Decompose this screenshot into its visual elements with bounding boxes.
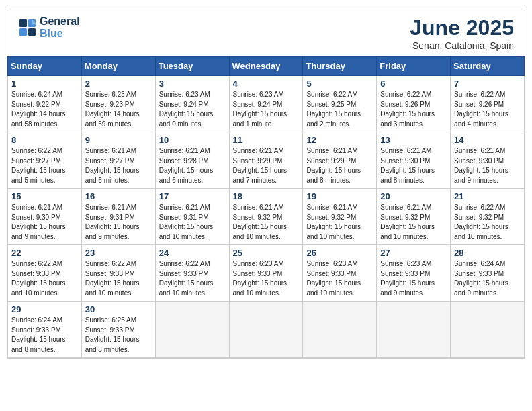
day-number: 11 (233, 135, 300, 145)
calendar-cell: 28Sunrise: 6:24 AMSunset: 9:33 PMDayligh… (451, 245, 525, 302)
svg-rect-0 (19, 19, 27, 26)
day-number: 26 (306, 248, 373, 258)
day-info: Sunrise: 6:24 AMSunset: 9:22 PMDaylight:… (11, 90, 78, 129)
day-info: Sunrise: 6:25 AMSunset: 9:33 PMDaylight:… (85, 316, 152, 355)
day-number: 27 (380, 248, 447, 258)
day-number: 25 (233, 248, 300, 258)
day-number: 29 (11, 304, 78, 314)
day-info: Sunrise: 6:22 AMSunset: 9:32 PMDaylight:… (454, 203, 521, 242)
day-info: Sunrise: 6:22 AMSunset: 9:33 PMDaylight:… (11, 259, 78, 298)
day-number: 1 (11, 79, 78, 89)
calendar-cell: 4Sunrise: 6:23 AMSunset: 9:24 PMDaylight… (229, 76, 303, 132)
day-number: 24 (159, 248, 226, 258)
calendar-cell: 29Sunrise: 6:24 AMSunset: 9:33 PMDayligh… (8, 302, 82, 358)
location: Senan, Catalonia, Spain (410, 40, 514, 51)
day-number: 3 (159, 79, 226, 89)
calendar-cell: 18Sunrise: 6:21 AMSunset: 9:32 PMDayligh… (229, 189, 303, 245)
calendar-cell (377, 302, 451, 358)
day-number: 9 (85, 135, 152, 145)
month-year: June 2025 (410, 15, 514, 40)
day-number: 17 (159, 191, 226, 201)
calendar-cell: 20Sunrise: 6:21 AMSunset: 9:32 PMDayligh… (377, 189, 451, 245)
svg-rect-2 (19, 28, 27, 36)
calendar-table: SundayMondayTuesdayWednesdayThursdayFrid… (7, 56, 525, 358)
calendar-cell: 30Sunrise: 6:25 AMSunset: 9:33 PMDayligh… (81, 302, 155, 358)
day-info: Sunrise: 6:24 AMSunset: 9:33 PMDaylight:… (454, 259, 521, 298)
day-number: 7 (454, 79, 521, 89)
day-info: Sunrise: 6:21 AMSunset: 9:29 PMDaylight:… (233, 146, 300, 185)
calendar-cell: 21Sunrise: 6:22 AMSunset: 9:32 PMDayligh… (451, 189, 525, 245)
day-info: Sunrise: 6:21 AMSunset: 9:31 PMDaylight:… (159, 203, 226, 242)
day-number: 2 (85, 79, 152, 89)
logo-line2: Blue (40, 28, 80, 40)
calendar-cell: 1Sunrise: 6:24 AMSunset: 9:22 PMDaylight… (8, 76, 82, 132)
day-number: 4 (233, 79, 300, 89)
header-thursday: Thursday (303, 57, 377, 76)
calendar-cell: 13Sunrise: 6:21 AMSunset: 9:30 PMDayligh… (377, 132, 451, 189)
day-info: Sunrise: 6:23 AMSunset: 9:33 PMDaylight:… (233, 259, 300, 298)
header-wednesday: Wednesday (229, 57, 303, 76)
day-info: Sunrise: 6:23 AMSunset: 9:33 PMDaylight:… (380, 259, 447, 298)
calendar-cell: 9Sunrise: 6:21 AMSunset: 9:27 PMDaylight… (81, 132, 155, 189)
header-sunday: Sunday (8, 57, 82, 76)
day-info: Sunrise: 6:21 AMSunset: 9:30 PMDaylight:… (454, 146, 521, 185)
calendar-week-2: 8Sunrise: 6:22 AMSunset: 9:27 PMDaylight… (8, 132, 525, 189)
day-info: Sunrise: 6:24 AMSunset: 9:33 PMDaylight:… (11, 316, 78, 355)
calendar-week-5: 29Sunrise: 6:24 AMSunset: 9:33 PMDayligh… (8, 302, 525, 358)
day-info: Sunrise: 6:22 AMSunset: 9:25 PMDaylight:… (306, 90, 373, 129)
day-info: Sunrise: 6:21 AMSunset: 9:32 PMDaylight:… (380, 203, 447, 242)
day-info: Sunrise: 6:21 AMSunset: 9:28 PMDaylight:… (159, 146, 226, 185)
calendar-cell: 24Sunrise: 6:22 AMSunset: 9:33 PMDayligh… (155, 245, 229, 302)
day-info: Sunrise: 6:22 AMSunset: 9:33 PMDaylight:… (85, 259, 152, 298)
title-block: June 2025 Senan, Catalonia, Spain (410, 15, 514, 51)
day-number: 28 (454, 248, 521, 258)
calendar-cell: 10Sunrise: 6:21 AMSunset: 9:28 PMDayligh… (155, 132, 229, 189)
calendar-cell: 26Sunrise: 6:23 AMSunset: 9:33 PMDayligh… (303, 245, 377, 302)
calendar-page: General Blue June 2025 Senan, Catalonia,… (7, 7, 525, 359)
day-number: 8 (11, 135, 78, 145)
calendar-cell: 22Sunrise: 6:22 AMSunset: 9:33 PMDayligh… (8, 245, 82, 302)
calendar-cell: 14Sunrise: 6:21 AMSunset: 9:30 PMDayligh… (451, 132, 525, 189)
header: General Blue June 2025 Senan, Catalonia,… (7, 7, 525, 56)
day-info: Sunrise: 6:22 AMSunset: 9:26 PMDaylight:… (454, 90, 521, 129)
svg-rect-3 (28, 28, 36, 36)
day-number: 19 (306, 191, 373, 201)
day-number: 21 (454, 191, 521, 201)
day-number: 13 (380, 135, 447, 145)
header-monday: Monday (81, 57, 155, 76)
day-info: Sunrise: 6:21 AMSunset: 9:32 PMDaylight:… (306, 203, 373, 242)
day-number: 22 (11, 248, 78, 258)
day-info: Sunrise: 6:21 AMSunset: 9:27 PMDaylight:… (85, 146, 152, 185)
day-number: 10 (159, 135, 226, 145)
calendar-cell (229, 302, 303, 358)
day-number: 16 (85, 191, 152, 201)
day-info: Sunrise: 6:21 AMSunset: 9:32 PMDaylight:… (233, 203, 300, 242)
calendar-week-1: 1Sunrise: 6:24 AMSunset: 9:22 PMDaylight… (8, 76, 525, 132)
day-number: 20 (380, 191, 447, 201)
calendar-cell: 19Sunrise: 6:21 AMSunset: 9:32 PMDayligh… (303, 189, 377, 245)
day-info: Sunrise: 6:23 AMSunset: 9:23 PMDaylight:… (85, 90, 152, 129)
day-number: 5 (306, 79, 373, 89)
calendar-header-row: SundayMondayTuesdayWednesdayThursdayFrid… (8, 57, 525, 76)
calendar-cell: 23Sunrise: 6:22 AMSunset: 9:33 PMDayligh… (81, 245, 155, 302)
day-info: Sunrise: 6:23 AMSunset: 9:24 PMDaylight:… (233, 90, 300, 129)
logo: General Blue (18, 15, 80, 39)
calendar-cell: 11Sunrise: 6:21 AMSunset: 9:29 PMDayligh… (229, 132, 303, 189)
day-number: 12 (306, 135, 373, 145)
calendar-cell: 17Sunrise: 6:21 AMSunset: 9:31 PMDayligh… (155, 189, 229, 245)
day-number: 14 (454, 135, 521, 145)
calendar-cell: 5Sunrise: 6:22 AMSunset: 9:25 PMDaylight… (303, 76, 377, 132)
logo-icon (18, 18, 37, 37)
day-info: Sunrise: 6:22 AMSunset: 9:33 PMDaylight:… (159, 259, 226, 298)
calendar-cell: 27Sunrise: 6:23 AMSunset: 9:33 PMDayligh… (377, 245, 451, 302)
logo-text: General Blue (40, 15, 80, 39)
calendar-cell (155, 302, 229, 358)
logo-line1: General (40, 15, 80, 28)
calendar-cell: 12Sunrise: 6:21 AMSunset: 9:29 PMDayligh… (303, 132, 377, 189)
header-saturday: Saturday (451, 57, 525, 76)
day-number: 18 (233, 191, 300, 201)
day-info: Sunrise: 6:21 AMSunset: 9:29 PMDaylight:… (306, 146, 373, 185)
day-number: 30 (85, 304, 152, 314)
day-info: Sunrise: 6:23 AMSunset: 9:24 PMDaylight:… (159, 90, 226, 129)
day-info: Sunrise: 6:21 AMSunset: 9:30 PMDaylight:… (380, 146, 447, 185)
